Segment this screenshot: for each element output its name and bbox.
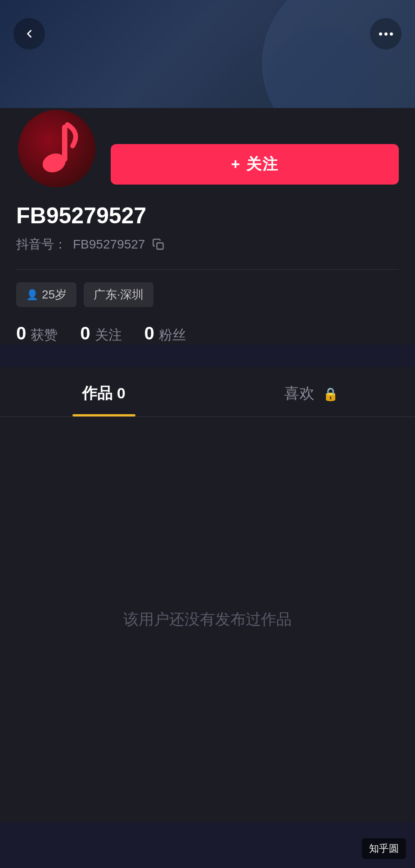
- fans-label: 粉丝: [159, 326, 186, 344]
- following-label: 关注: [95, 326, 122, 344]
- avatar-wrapper: [16, 108, 97, 189]
- dot-3: [390, 32, 393, 36]
- fans-count: 0: [144, 323, 154, 344]
- watermark-text: 知乎圆: [369, 843, 399, 854]
- username: FB95279527: [16, 203, 399, 229]
- likes-stat: 0 获赞: [16, 323, 58, 344]
- zhihu-watermark: 知乎圆: [362, 838, 406, 859]
- tabs-row: 作品 0 喜欢 🔒: [0, 367, 415, 417]
- tab-works[interactable]: 作品 0: [0, 367, 208, 416]
- empty-message: 该用户还没有发布过作品: [123, 609, 292, 630]
- tab-likes[interactable]: 喜欢 🔒: [208, 367, 415, 416]
- doyin-id-label: 抖音号：: [16, 236, 67, 253]
- doyin-id-value: FB95279527: [73, 237, 145, 252]
- likes-label: 获赞: [31, 326, 58, 344]
- age-tag: 👤 25岁: [16, 282, 77, 307]
- lock-icon: 🔒: [323, 387, 338, 402]
- likes-count: 0: [16, 323, 26, 344]
- divider: [16, 269, 399, 270]
- profile-section: + 关注 FB95279527 抖音号： FB95279527 👤 25岁 广东…: [0, 108, 415, 344]
- tabs-section: 作品 0 喜欢 🔒: [0, 367, 415, 417]
- location-tag: 广东·深圳: [84, 282, 153, 307]
- avatar-row: + 关注: [16, 108, 399, 189]
- avatar: [16, 108, 97, 189]
- stats-row: 0 获赞 0 关注 0 粉丝: [16, 323, 399, 344]
- copy-icon[interactable]: [151, 237, 166, 252]
- following-stat: 0 关注: [80, 323, 122, 344]
- follow-button[interactable]: + 关注: [111, 144, 399, 185]
- tab-works-label: 作品 0: [82, 384, 125, 402]
- more-button[interactable]: [370, 18, 401, 50]
- dot-1: [379, 32, 382, 36]
- person-icon: 👤: [26, 289, 38, 301]
- music-note-icon: [30, 119, 84, 178]
- follow-button-label: + 关注: [231, 154, 278, 175]
- svg-rect-2: [157, 243, 163, 249]
- content-area: 该用户还没有发布过作品: [0, 417, 415, 822]
- back-button[interactable]: [14, 18, 45, 50]
- age-tag-label: 25岁: [42, 287, 67, 303]
- dot-2: [384, 32, 388, 36]
- following-count: 0: [80, 323, 90, 344]
- tags-row: 👤 25岁 广东·深圳: [16, 282, 399, 307]
- tab-likes-label: 喜欢: [284, 384, 315, 402]
- fans-stat: 0 粉丝: [144, 323, 186, 344]
- doyin-id-row: 抖音号： FB95279527: [16, 236, 399, 253]
- location-tag-label: 广东·深圳: [94, 287, 144, 303]
